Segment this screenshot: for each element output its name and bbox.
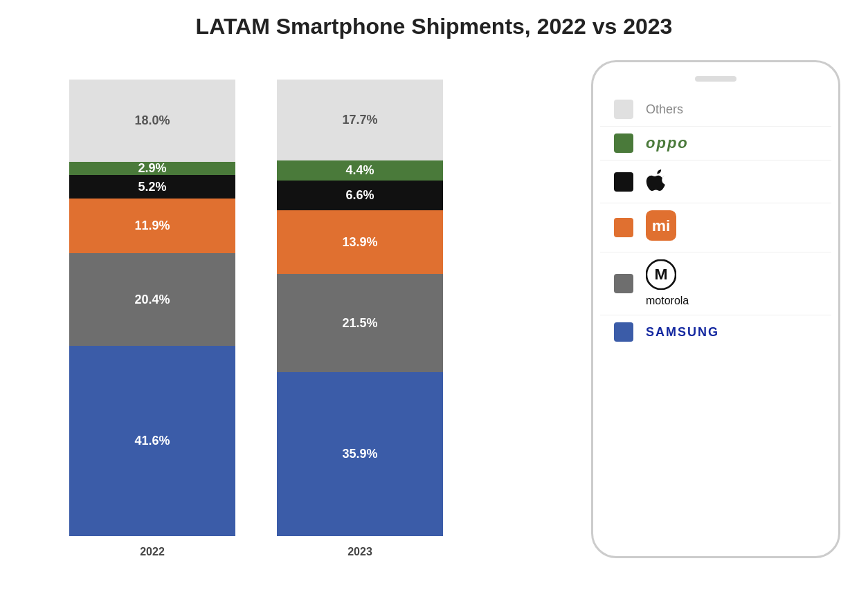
legend-color-apple: [614, 172, 633, 192]
legend-label-oppo: oppo: [646, 134, 689, 152]
segment-label-samsung: 41.6%: [134, 434, 170, 448]
content-area: ◎ CounterpointTechnology Market Research…: [28, 60, 840, 586]
legend-item-others: Others: [600, 93, 831, 127]
bar-2022: ◎ CounterpointTechnology Market Research…: [69, 80, 235, 558]
legend-color-others: [614, 100, 633, 119]
segment-label-oppo: 2.9%: [138, 161, 166, 176]
segment-label-xiaomi: 13.9%: [342, 235, 377, 250]
legend-item-moto: Mmotorola: [600, 252, 831, 315]
legend-label-others: Others: [646, 102, 683, 117]
segment-apple: 5.2%: [69, 175, 235, 199]
segment-label-others: 17.7%: [342, 113, 377, 127]
segment-label-others: 18.0%: [134, 113, 170, 128]
segment-label-apple: 5.2%: [138, 180, 166, 194]
segment-samsung: 41.6%: [69, 346, 235, 536]
svg-text:M: M: [654, 265, 667, 283]
segment-oppo: 2.9%: [69, 162, 235, 175]
legend-label-moto: Mmotorola: [646, 259, 689, 308]
legend-color-xiaomi: [614, 218, 633, 237]
segment-moto: 21.5%: [277, 274, 443, 372]
svg-text:mi: mi: [652, 216, 671, 234]
phone-legend: OthersoppomiMmotorolaSAMSUNG: [591, 60, 840, 558]
segment-samsung: 35.9%: [277, 372, 443, 536]
legend-color-moto: [614, 274, 633, 293]
segment-xiaomi: 11.9%: [69, 199, 235, 253]
phone-speaker: [695, 76, 736, 82]
legend-label-samsung: SAMSUNG: [646, 325, 719, 340]
segment-label-xiaomi: 11.9%: [134, 219, 170, 233]
bars-wrapper: ◎ CounterpointTechnology Market Research…: [69, 80, 443, 558]
segment-xiaomi: 13.9%: [277, 210, 443, 274]
chart-area: ◎ CounterpointTechnology Market Research…: [28, 80, 591, 586]
segment-label-moto: 21.5%: [342, 316, 377, 331]
segment-oppo: 4.4%: [277, 160, 443, 181]
segment-others: 18.0%: [69, 80, 235, 162]
legend-item-oppo: oppo: [600, 127, 831, 160]
page-title: LATAM Smartphone Shipments, 2022 vs 2023: [196, 14, 673, 39]
bar-2022-stack: ◎ CounterpointTechnology Market Research…: [69, 80, 235, 536]
bar-2023-stack: 35.9%21.5%13.9%6.6%4.4%17.7%: [277, 80, 443, 536]
legend-item-samsung: SAMSUNG: [600, 315, 831, 349]
segment-label-moto: 20.4%: [134, 293, 170, 307]
legend-color-oppo: [614, 133, 633, 153]
legend-label-xiaomi: mi: [646, 210, 676, 245]
legend-label-apple: [646, 167, 665, 196]
legend-list: OthersoppomiMmotorolaSAMSUNG: [600, 93, 831, 349]
segment-label-samsung: 35.9%: [342, 447, 377, 461]
bar-2023: 35.9%21.5%13.9%6.6%4.4%17.7% 2023: [277, 80, 443, 558]
segment-others: 17.7%: [277, 80, 443, 160]
segment-label-oppo: 4.4%: [345, 163, 374, 178]
segment-moto: 20.4%: [69, 253, 235, 347]
legend-item-apple: [600, 160, 831, 203]
bar-2023-label: 2023: [347, 546, 372, 558]
legend-item-xiaomi: mi: [600, 203, 831, 252]
segment-apple: 6.6%: [277, 181, 443, 211]
segment-label-apple: 6.6%: [345, 188, 374, 203]
legend-color-samsung: [614, 322, 633, 342]
bar-2022-label: 2022: [140, 546, 165, 558]
